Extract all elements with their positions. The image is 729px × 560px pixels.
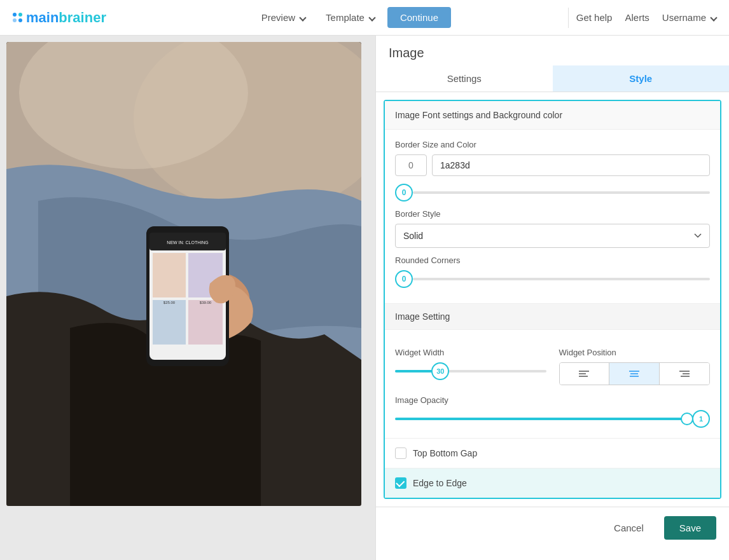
edge-to-edge-checkbox[interactable] <box>395 477 406 489</box>
username-chevron-icon <box>710 14 717 21</box>
svg-text:NEW IN: CLOTHING: NEW IN: CLOTHING <box>167 240 208 245</box>
template-button[interactable]: Template <box>318 7 382 28</box>
image-setting-body: Widget Width 30 Widget Position <box>385 330 720 438</box>
username-label: Username <box>662 12 706 23</box>
logo-text: mainbrainer <box>26 10 106 26</box>
border-slider-track <box>413 191 710 194</box>
continue-button[interactable]: Continue <box>387 7 451 28</box>
border-style-label: Border Style <box>395 209 710 219</box>
border-size-color-label: Border Size and Color <box>395 140 710 149</box>
preview-label: Preview <box>261 12 295 23</box>
font-settings-body: Border Size and Color 0 Border Style Sol… <box>385 130 720 303</box>
panel-title: Image <box>376 36 729 65</box>
border-style-select[interactable]: Solid None Dashed Dotted Double <box>395 224 710 248</box>
footer: Cancel Save <box>376 507 729 549</box>
font-settings-title: Image Font settings and Background color <box>385 101 720 130</box>
position-right-button[interactable] <box>660 363 709 385</box>
align-center-icon <box>628 369 640 378</box>
top-bottom-gap-row[interactable]: Top Bottom Gap <box>385 439 720 468</box>
position-left-button[interactable] <box>560 363 610 385</box>
align-left-icon <box>578 369 590 378</box>
nav-right: Get help Alerts Username <box>576 12 716 23</box>
rounded-corners-label: Rounded Corners <box>395 256 710 265</box>
align-right-icon <box>679 369 690 378</box>
image-opacity-label: Image Opacity <box>395 395 710 405</box>
right-panel: Image Settings Style Image Font settings… <box>375 36 729 560</box>
image-setting-title: Image Setting <box>385 303 720 330</box>
position-center-button[interactable] <box>609 363 660 385</box>
photo-svg: NEW IN: CLOTHING $25.00 $39.00 <box>6 42 361 506</box>
border-size-input[interactable] <box>395 154 427 176</box>
widget-width-col: Widget Width 30 <box>395 348 546 380</box>
logo-dot-1 <box>13 13 17 17</box>
border-size-row <box>395 154 710 176</box>
left-panel: NEW IN: CLOTHING $25.00 $39.00 <box>0 36 375 560</box>
svg-rect-10 <box>153 300 186 345</box>
edge-to-edge-label: Edge to Edge <box>413 478 467 488</box>
opacity-slider-container: 1 <box>395 410 710 428</box>
border-color-input[interactable] <box>432 154 710 176</box>
svg-text:$25.00: $25.00 <box>163 301 176 304</box>
template-chevron-icon <box>368 14 375 21</box>
opacity-track <box>395 418 687 420</box>
widget-width-label: Widget Width <box>395 348 546 357</box>
main-content: NEW IN: CLOTHING $25.00 $39.00 Image Set <box>0 36 729 560</box>
cancel-button[interactable]: Cancel <box>601 516 656 540</box>
widget-slider-row: 30 <box>395 362 546 380</box>
logo-dot-3 <box>13 18 17 22</box>
svg-text:$39.00: $39.00 <box>200 301 212 304</box>
border-slider-bubble: 0 <box>395 184 413 201</box>
logo-dot-2 <box>18 13 22 17</box>
username-button[interactable]: Username <box>662 12 716 23</box>
widget-position-col: Widget Position <box>559 348 711 385</box>
top-bottom-gap-checkbox[interactable] <box>395 447 406 459</box>
opacity-thumb[interactable] <box>681 413 693 425</box>
logo-accent: brainer <box>59 10 106 25</box>
widget-row: Widget Width 30 Widget Position <box>395 348 710 385</box>
widget-slider-thumb[interactable]: 30 <box>431 362 449 380</box>
top-bottom-gap-label: Top Bottom Gap <box>413 448 477 458</box>
svg-rect-8 <box>153 253 186 297</box>
template-label: Template <box>326 12 364 23</box>
checkbox-section: Top Bottom Gap Edge to Edge <box>385 438 720 498</box>
tab-style[interactable]: Style <box>553 65 730 92</box>
opacity-value-bubble: 1 <box>692 410 710 428</box>
preview-button[interactable]: Preview <box>254 7 313 28</box>
logo-main: main <box>26 10 59 25</box>
nav-divider <box>568 8 569 28</box>
alerts-button[interactable]: Alerts <box>625 12 649 23</box>
nav-center: Preview Template Continue <box>144 7 560 28</box>
border-slider-container: 0 <box>395 184 710 201</box>
position-buttons <box>559 362 711 385</box>
rounded-corners-bubble: 0 <box>395 270 413 288</box>
rounded-corners-slider-row: 0 <box>395 270 710 288</box>
get-help-button[interactable]: Get help <box>576 12 613 23</box>
svg-rect-11 <box>188 300 223 345</box>
photo-container: NEW IN: CLOTHING $25.00 $39.00 <box>6 42 361 506</box>
widget-position-label: Widget Position <box>559 348 711 357</box>
settings-panel: Image Font settings and Background color… <box>384 100 721 499</box>
tabs-container: Settings Style <box>376 65 729 92</box>
edge-to-edge-row[interactable]: Edge to Edge <box>385 468 720 498</box>
logo: mainbrainer <box>13 10 106 26</box>
logo-dot-4 <box>18 18 22 22</box>
header: mainbrainer Preview Template Continue Ge… <box>0 0 729 36</box>
logo-dots <box>13 13 22 22</box>
tab-settings[interactable]: Settings <box>376 65 553 92</box>
save-button[interactable]: Save <box>664 516 716 540</box>
photo-background: NEW IN: CLOTHING $25.00 $39.00 <box>6 42 361 506</box>
rounded-corners-track <box>413 278 710 280</box>
preview-chevron-icon <box>299 14 306 21</box>
